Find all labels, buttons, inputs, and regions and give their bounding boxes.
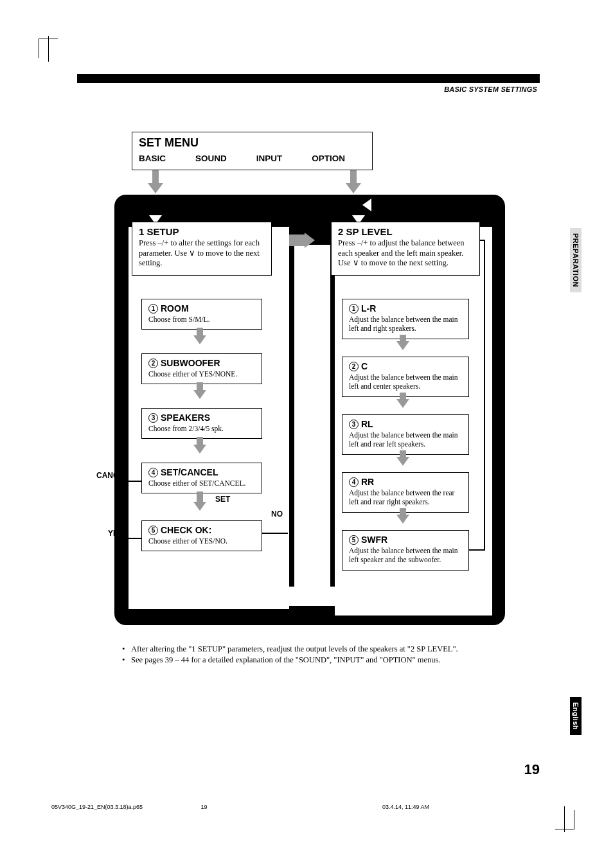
setup-desc: Press –/+ to alter the settings for each… (139, 238, 265, 269)
setup-item-speakers: 3SPEAKERS Choose from 2/3/4/5 spk. (141, 408, 262, 439)
footer-page: 19 (201, 804, 381, 810)
label-no: NO (271, 509, 283, 518)
tab-input: INPUT (256, 154, 283, 163)
splevel-item-rr: 4RR Adjust the balance between the rear … (342, 472, 469, 513)
footer-filename: 05V340G_19-21_EN(03.3.18)a.p65 (51, 804, 199, 810)
header-bar (77, 74, 540, 83)
note-2: See pages 39 – 44 for a detailed explana… (122, 655, 540, 665)
setup-item-checkok: 5CHECK OK: Choose either of YES/NO. (141, 520, 262, 551)
note-1: After altering the "1 SETUP" parameters,… (122, 644, 540, 654)
setup-item-subwoofer: 2SUBWOOFER Choose either of YES/NONE. (141, 353, 262, 384)
setup-title: 1 SETUP (139, 226, 265, 237)
setup-item-room: 1ROOM Choose from S/M/L. (141, 299, 262, 330)
splevel-item-swfr: 5SWFR Adjust the balance between the mai… (342, 530, 469, 571)
splevel-item-lr: 1L-R Adjust the balance between the main… (342, 299, 469, 339)
splevel-title: 2 SP LEVEL (338, 226, 473, 237)
footer-datetime: 03.4.14, 11:49 AM (382, 804, 429, 810)
tab-basic: BASIC (139, 154, 166, 163)
splevel-item-rl: 3RL Adjust the balance between the main … (342, 414, 469, 455)
page-content: BASIC SYSTEM SETTINGS PREPARATION Englis… (77, 74, 540, 666)
notes-list: After altering the "1 SETUP" parameters,… (122, 644, 540, 665)
setup-box: 1 SETUP Press –/+ to alter the settings … (132, 222, 272, 276)
splevel-box: 2 SP LEVEL Press –/+ to adjust the balan… (331, 222, 480, 276)
set-menu-box: SET MENU BASIC SOUND INPUT OPTION (132, 132, 373, 170)
setup-item-setcancel: 4SET/CANCEL Choose either of SET/CANCEL. (141, 463, 262, 493)
side-tab-preparation: PREPARATION (570, 228, 582, 292)
print-footer: 05V340G_19-21_EN(03.3.18)a.p65 19 03.4.1… (51, 804, 565, 810)
splevel-desc: Press –/+ to adjust the balance between … (338, 238, 473, 269)
set-menu-title: SET MENU (139, 136, 366, 150)
tab-option: OPTION (312, 154, 345, 163)
label-cancel: CANCEL (96, 471, 129, 480)
label-set: SET (215, 495, 230, 504)
label-yes: YES (108, 529, 123, 538)
page-number: 19 (524, 761, 540, 778)
tab-sound: SOUND (195, 154, 227, 163)
flow-diagram: SET MENU BASIC SOUND INPUT OPTION (77, 132, 540, 633)
splevel-item-c: 2C Adjust the balance between the main l… (342, 357, 469, 397)
side-tab-language: English (570, 697, 582, 735)
section-header: BASIC SYSTEM SETTINGS (77, 83, 540, 93)
